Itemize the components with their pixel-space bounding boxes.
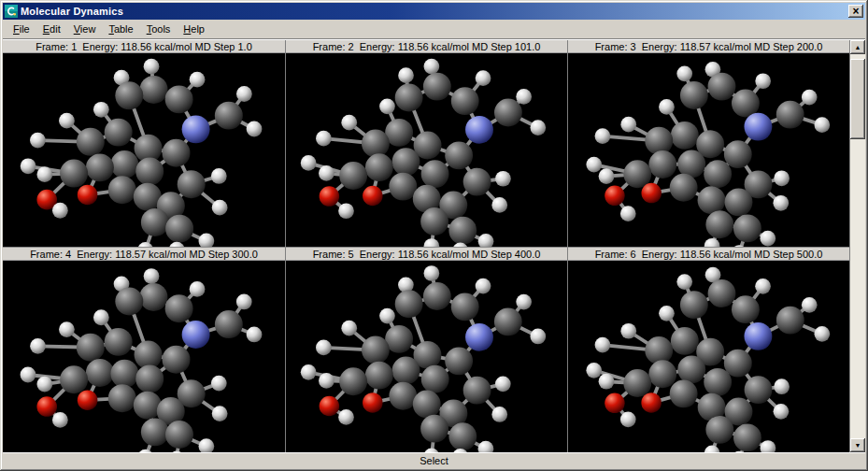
frame-cell-1: Frame: 1 Energy: 118.56 kcal/mol MD Step… (3, 40, 285, 247)
frame-cell-2: Frame: 2 Energy: 118.56 kcal/mol MD Step… (285, 40, 567, 247)
titlebar[interactable]: Molecular Dynamics × (3, 3, 865, 20)
molecule-canvas[interactable] (286, 261, 567, 453)
frames-viewport: Frame: 1 Energy: 118.56 kcal/mol MD Step… (3, 39, 865, 452)
status-bar: Select (3, 452, 865, 468)
molecule-canvas[interactable] (3, 261, 285, 453)
frame-cell-4: Frame: 4 Energy: 118.57 kcal/mol MD Step… (3, 247, 285, 453)
frame-header: Frame: 5 Energy: 118.56 kcal/mol MD Step… (286, 248, 567, 261)
molecule-canvas[interactable] (286, 53, 567, 247)
molecule-render (286, 261, 567, 453)
up-arrow-icon: ▲ (855, 44, 861, 50)
frame-cell-5: Frame: 5 Energy: 118.56 kcal/mol MD Step… (285, 247, 567, 453)
menu-view[interactable]: View (67, 21, 103, 37)
menu-bar: File Edit View Table Tools Help (3, 20, 865, 39)
molecule-render (568, 53, 849, 247)
down-arrow-icon: ▼ (855, 442, 861, 449)
molecule-canvas[interactable] (3, 53, 285, 247)
vertical-scrollbar[interactable]: ▲ ▼ (849, 40, 865, 452)
app-icon[interactable] (5, 5, 18, 18)
menu-file[interactable]: File (7, 21, 36, 37)
molecule-render (3, 261, 285, 453)
menu-tools[interactable]: Tools (140, 21, 178, 37)
close-button[interactable]: × (848, 5, 863, 18)
molecule-canvas[interactable] (568, 53, 849, 247)
menu-table[interactable]: Table (102, 21, 139, 37)
frame-cell-6: Frame: 6 Energy: 118.56 kcal/mol MD Step… (567, 247, 849, 453)
frame-header: Frame: 2 Energy: 118.56 kcal/mol MD Step… (286, 40, 567, 53)
status-text: Select (420, 455, 448, 466)
molecule-render (286, 53, 567, 247)
window-title: Molecular Dynamics (21, 6, 846, 17)
frame-header: Frame: 4 Energy: 118.57 kcal/mol MD Step… (3, 248, 285, 261)
menu-help[interactable]: Help (177, 21, 211, 37)
frame-header: Frame: 1 Energy: 118.56 kcal/mol MD Step… (3, 40, 285, 53)
frame-cell-3: Frame: 3 Energy: 118.57 kcal/mol MD Step… (567, 40, 849, 247)
frames-grid: Frame: 1 Energy: 118.56 kcal/mol MD Step… (3, 40, 849, 452)
close-icon: × (852, 7, 859, 16)
scroll-down-button[interactable]: ▼ (850, 438, 865, 452)
menu-edit[interactable]: Edit (36, 21, 67, 37)
frame-header: Frame: 3 Energy: 118.57 kcal/mol MD Step… (568, 40, 849, 53)
molecule-canvas[interactable] (568, 261, 849, 453)
scroll-up-button[interactable]: ▲ (850, 40, 865, 54)
frame-header: Frame: 6 Energy: 118.56 kcal/mol MD Step… (568, 248, 849, 261)
molecule-render (568, 261, 849, 453)
scrollbar-thumb[interactable] (850, 59, 865, 139)
app-window: Molecular Dynamics × File Edit View Tabl… (0, 0, 868, 471)
molecule-render (3, 53, 285, 247)
